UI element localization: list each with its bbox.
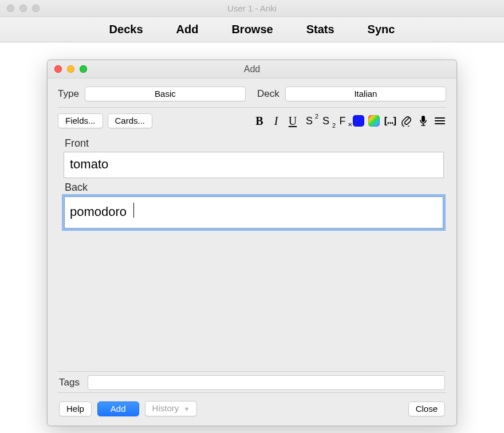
bold-icon[interactable]: B: [253, 115, 266, 127]
type-select[interactable]: Basic: [85, 86, 246, 101]
underline-icon[interactable]: U: [286, 115, 299, 127]
back-label: Back: [65, 182, 444, 194]
more-menu-icon[interactable]: [434, 115, 446, 127]
dialog-titlebar: Add: [48, 60, 456, 78]
field-card-buttons: Fields... Cards...: [58, 113, 152, 128]
type-label: Type: [58, 88, 79, 100]
app-title: User 1 - Anki: [0, 3, 504, 13]
help-button[interactable]: Help: [59, 401, 92, 416]
subscript-icon[interactable]: S: [320, 115, 332, 127]
close-icon[interactable]: [7, 5, 14, 12]
nav-decks[interactable]: Decks: [108, 21, 144, 38]
cloze-icon[interactable]: [...]: [384, 115, 396, 127]
spacer: [58, 229, 446, 371]
dialog-body: Type Basic Deck Italian Fields... Cards.…: [48, 78, 456, 426]
close-button[interactable]: Close: [408, 401, 445, 416]
app-traffic-lights: [7, 5, 40, 12]
tags-row: Tags: [58, 371, 446, 392]
fields-area: Front Back: [58, 132, 446, 229]
tools-row: Fields... Cards... B I U S S F [...]: [58, 108, 446, 132]
color-picker-icon[interactable]: [368, 115, 380, 127]
app-toolbar: Decks Add Browse Stats Sync: [0, 17, 504, 42]
nav-browse[interactable]: Browse: [230, 21, 274, 38]
fields-button[interactable]: Fields...: [58, 113, 103, 128]
minimize-icon[interactable]: [19, 5, 27, 12]
tags-label: Tags: [59, 377, 80, 388]
add-dialog: Add Type Basic Deck Italian Fields... Ca…: [47, 60, 457, 426]
dialog-title: Add: [48, 64, 456, 74]
type-deck-row: Type Basic Deck Italian: [58, 86, 446, 108]
attach-icon[interactable]: [400, 115, 413, 127]
svg-rect-0: [422, 116, 425, 122]
nav-sync[interactable]: Sync: [367, 21, 396, 38]
maximize-icon[interactable]: [32, 5, 40, 12]
back-field[interactable]: [64, 196, 444, 229]
tags-field[interactable]: [88, 375, 445, 390]
deck-select[interactable]: Italian: [285, 86, 446, 101]
cards-button[interactable]: Cards...: [108, 113, 153, 128]
text-caret-icon: [133, 203, 134, 218]
app-main-area: Add Type Basic Deck Italian Fields... Ca…: [0, 42, 504, 433]
clear-format-icon[interactable]: F: [336, 115, 349, 127]
dialog-minimize-icon[interactable]: [67, 65, 74, 73]
dialog-close-icon[interactable]: [54, 65, 62, 73]
nav-add[interactable]: Add: [175, 21, 200, 38]
history-button[interactable]: History ▼: [145, 401, 198, 416]
dialog-maximize-icon[interactable]: [80, 65, 87, 73]
front-field[interactable]: [64, 152, 444, 178]
superscript-icon[interactable]: S: [303, 115, 316, 127]
text-color-icon[interactable]: [353, 115, 364, 127]
nav-stats[interactable]: Stats: [305, 21, 336, 38]
microphone-icon[interactable]: [417, 115, 430, 127]
back-field-wrap: [64, 196, 444, 229]
history-button-label: History: [152, 403, 179, 413]
chevron-down-icon: ▼: [183, 406, 190, 412]
app-titlebar: User 1 - Anki: [0, 0, 504, 17]
format-toolbar: B I U S S F [...]: [253, 115, 446, 127]
deck-label: Deck: [257, 88, 279, 100]
bottom-buttons-row: Help Add History ▼ Close: [58, 392, 446, 418]
front-label: Front: [65, 137, 444, 149]
italic-icon[interactable]: I: [270, 115, 282, 127]
dialog-traffic-lights: [54, 65, 87, 73]
add-button[interactable]: Add: [97, 401, 139, 416]
